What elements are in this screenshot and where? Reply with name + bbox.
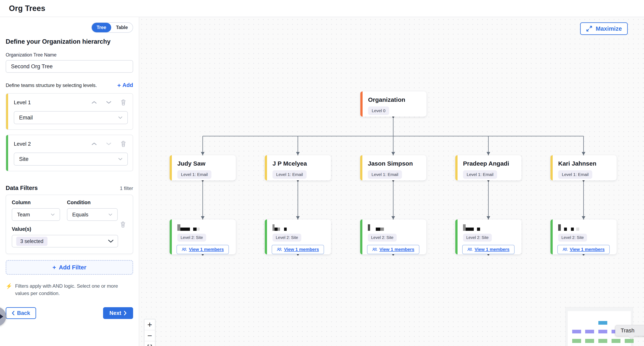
org-node-level2[interactable]: Level 2: Site View 1 members	[550, 219, 616, 254]
zoom-controls: + −	[144, 319, 156, 346]
node-accent-bar	[455, 155, 458, 181]
delete-level-button[interactable]	[119, 99, 128, 106]
move-down-button[interactable]	[104, 99, 113, 106]
level-badge: Level 1: Email	[272, 170, 306, 179]
members-icon	[467, 247, 472, 252]
minimap-level1-node	[572, 330, 581, 333]
values-multiselect[interactable]: 3 selected	[12, 235, 118, 247]
node-accent-bar	[455, 219, 458, 254]
node-accent-bar	[265, 219, 267, 254]
toggle-table[interactable]: Table	[111, 23, 133, 32]
level-2-select[interactable]: Site	[14, 152, 128, 165]
node-accent-bar	[170, 155, 172, 181]
column-select[interactable]: Team	[12, 208, 60, 221]
plus-icon: +	[117, 82, 121, 88]
tree-connectors	[139, 17, 644, 346]
view-members-button[interactable]: View 1 members	[367, 245, 420, 254]
node-title: Pradeep Angadi	[463, 160, 518, 167]
move-up-button[interactable]	[90, 99, 98, 106]
org-chart-canvas[interactable]: Maximize	[139, 17, 644, 346]
lightning-bolt-icon: ⚡	[6, 282, 12, 297]
filters-note: Filters apply with AND logic. Select one…	[15, 282, 129, 297]
chevron-down-icon	[108, 213, 112, 216]
level-badge: Level 1: Email	[558, 170, 592, 179]
org-node-level1[interactable]: J P Mcelyea Level 1: Email	[265, 155, 331, 181]
minimap-level2-node	[598, 339, 607, 343]
filter-card: Column Team Condition Equals Value(s)	[6, 195, 133, 254]
node-title: Organization	[368, 96, 422, 103]
move-down-button[interactable]	[104, 140, 113, 147]
levels-description: Define teams structure by selecting leve…	[6, 82, 97, 88]
level-badge: Level 2: Site	[558, 234, 587, 242]
next-button[interactable]: Next	[103, 307, 133, 319]
org-node-level2[interactable]: Level 2: Site View 1 members	[455, 219, 522, 254]
chevron-down-icon	[51, 213, 55, 216]
org-node-level1[interactable]: Pradeep Angadi Level 1: Email	[455, 155, 522, 181]
level-1-label: Level 1	[14, 99, 84, 106]
org-node-level2[interactable]: Level 2: Site View 1 members	[170, 219, 236, 254]
maximize-button[interactable]: Maximize	[580, 22, 628, 35]
members-icon	[562, 247, 568, 252]
selected-count-chip: 3 selected	[16, 237, 48, 246]
level-badge: Level 2: Site	[272, 234, 301, 242]
view-members-button[interactable]: View 1 members	[462, 245, 514, 254]
delete-level-button[interactable]	[119, 140, 128, 147]
org-node-level1[interactable]: Kari Jahnsen Level 1: Email	[550, 155, 616, 181]
fit-view-button[interactable]	[144, 341, 155, 346]
chevron-right-icon	[0, 314, 3, 319]
node-accent-bar	[550, 219, 553, 254]
node-title: J P Mcelyea	[272, 160, 327, 167]
view-members-button[interactable]: View 1 members	[176, 245, 229, 254]
level-2-label: Level 2	[14, 141, 84, 147]
level-card-2: Level 2 Site	[6, 135, 133, 171]
redacted-name	[368, 224, 422, 231]
view-mode-toggle[interactable]: Tree Table	[91, 22, 133, 33]
org-node-root[interactable]: Organization Level 0	[360, 91, 426, 117]
hierarchy-sidebar: Tree Table Define your Organization hier…	[0, 17, 139, 346]
condition-select[interactable]: Equals	[67, 208, 118, 221]
org-node-level2[interactable]: Level 2: Site View 1 members	[360, 219, 426, 254]
add-filter-button[interactable]: + Add Filter	[6, 260, 133, 275]
back-button[interactable]: Back	[6, 307, 36, 319]
level-badge: Level 1: Email	[463, 170, 497, 179]
chevron-down-icon	[118, 116, 122, 119]
fit-view-icon	[147, 344, 152, 346]
data-filters-heading: Data Filters	[6, 185, 38, 191]
zoom-in-button[interactable]: +	[144, 319, 155, 330]
level-badge: Level 2: Site	[368, 234, 397, 242]
tree-name-input[interactable]	[6, 60, 133, 73]
node-accent-bar	[550, 155, 553, 181]
redacted-name	[272, 224, 327, 231]
add-level-button[interactable]: + Add	[117, 82, 133, 88]
level-badge: Level 2: Site	[177, 234, 206, 242]
level-badge: Level 0	[368, 106, 389, 115]
minimap-level2-node	[585, 339, 594, 343]
org-trees-app: Org Trees Tree Table Define your Organiz…	[0, 0, 644, 346]
redacted-name	[558, 224, 612, 231]
chevron-left-icon	[12, 311, 14, 315]
level-badge: Level 2: Site	[463, 234, 492, 242]
minimap-level1-node	[598, 330, 607, 333]
level-1-accent-bar	[6, 94, 8, 129]
zoom-out-button[interactable]: −	[144, 330, 155, 341]
org-node-level1[interactable]: Judy Saw Level 1: Email	[170, 155, 236, 181]
view-members-button[interactable]: View 1 members	[557, 245, 610, 254]
members-icon	[182, 247, 187, 252]
trash-tooltip: Trash	[615, 325, 644, 336]
org-node-level1[interactable]: Jason Simpson Level 1: Email	[360, 155, 426, 181]
values-label: Value(s)	[12, 226, 129, 232]
redacted-name	[463, 224, 518, 231]
minimap-level2-node	[612, 339, 620, 343]
toggle-tree[interactable]: Tree	[92, 23, 111, 32]
org-node-level2[interactable]: Level 2: Site View 1 members	[265, 219, 331, 254]
move-up-button[interactable]	[90, 140, 98, 147]
app-header: Org Trees	[0, 0, 644, 17]
members-icon	[372, 247, 378, 252]
node-accent-bar	[360, 91, 362, 117]
delete-filter-button[interactable]	[118, 221, 128, 228]
node-title: Judy Saw	[177, 160, 232, 167]
filter-count: 1 filter	[120, 186, 133, 191]
level-1-select[interactable]: Email	[14, 111, 128, 124]
level-card-1: Level 1 Email	[6, 93, 133, 130]
view-members-button[interactable]: View 1 members	[272, 245, 324, 254]
